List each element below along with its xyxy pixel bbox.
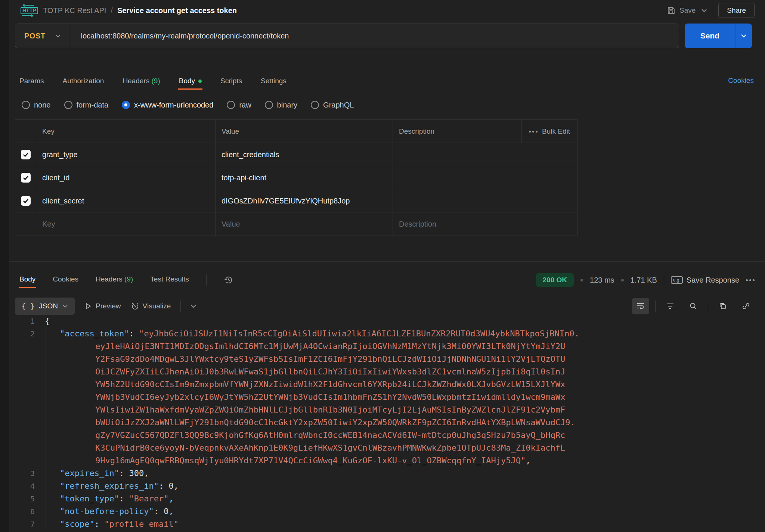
value-placeholder[interactable]: Value [215, 212, 393, 236]
url-input[interactable]: localhost:8080/realms/my-realm/protocol/… [70, 32, 289, 40]
breadcrumb-separator: / [111, 6, 113, 15]
key-cell[interactable]: client_id [36, 166, 215, 189]
json-key: "access_token" [60, 329, 129, 338]
tab-params[interactable]: Params [19, 77, 44, 87]
code-line: K3CuPNidrB0ce6yoyN-bVeqpnkvAXeAhKnp1E0K9… [9, 442, 765, 454]
radio-graphql[interactable]: GraphQL [311, 101, 354, 109]
toolbar-chevron-icon[interactable] [191, 304, 196, 308]
response-tab-cookies[interactable]: Cookies [53, 275, 78, 285]
send-options-chevron[interactable] [735, 34, 752, 38]
key-cell[interactable]: grant_type [36, 143, 215, 166]
value-cell[interactable]: client_credentials [215, 143, 393, 166]
http-request-icon: HTTP [19, 4, 36, 17]
json-punctuation: { [45, 316, 50, 326]
description-cell[interactable] [393, 189, 577, 212]
json-string: K3CuPNidrB0ce6yoyN-bVeqpnkvAXeAhKnp1E0K9… [95, 443, 565, 452]
meta-divider [664, 274, 664, 286]
tab-headers[interactable]: Headers (9) [123, 77, 160, 87]
json-string: "profile email" [104, 519, 179, 529]
headers-count: (9) [151, 77, 160, 85]
code-line: YWlsIiwiZW1haWxfdmVyaWZpZWQiOmZhbHNlLCJj… [9, 404, 765, 416]
body-unsaved-dot [198, 80, 202, 83]
json-punctuation: , [174, 481, 179, 491]
json-punctuation: : [154, 507, 164, 516]
row-checkbox[interactable] [21, 173, 31, 183]
response-more-button[interactable] [746, 279, 755, 281]
search-icon [689, 302, 698, 311]
line-number: 1 [9, 315, 35, 327]
save-response-button[interactable]: e.g. Save Response [671, 276, 739, 284]
code-line: 7"scope": "profile email" [9, 518, 765, 531]
radio-none[interactable]: none [22, 101, 51, 109]
description-cell[interactable] [393, 166, 577, 189]
tab-body[interactable]: Body [179, 77, 202, 87]
status-badge: 200 OK [536, 273, 574, 287]
response-tab-test-results[interactable]: Test Results [150, 275, 189, 285]
tab-authorization[interactable]: Authorization [62, 77, 104, 87]
breadcrumb-request-name[interactable]: Service account get access token [117, 6, 237, 15]
response-tab-headers[interactable]: Headers (9) [96, 275, 133, 285]
json-string: YWNjb3VudCI6eyJyb2xlcyI6WyJtYW5hZ2UtYWNj… [95, 392, 565, 402]
value-cell[interactable]: totp-api-client [215, 166, 393, 189]
link-icon [741, 302, 750, 311]
method-selector[interactable]: POST [15, 32, 55, 40]
response-json-viewer[interactable]: 1{2"access_token": "eyJhbGciOiJSUzI1NiIs… [9, 315, 765, 532]
visualize-button[interactable]: Visualize [131, 302, 171, 310]
filter-button[interactable] [662, 298, 679, 314]
left-edge-panel [0, 0, 9, 532]
search-button[interactable] [685, 298, 702, 314]
format-chevron-icon [62, 304, 68, 308]
request-header: HTTP TOTP KC Rest API / Service account … [9, 0, 765, 21]
history-icon[interactable] [224, 275, 233, 285]
description-cell[interactable] [393, 143, 577, 166]
radio-binary[interactable]: binary [265, 101, 297, 109]
json-string: "eyJhbGciOiJSUzI1NiIsInR5cCIgOiAiSldUIiw… [139, 329, 579, 338]
visualize-wand-icon [131, 302, 139, 310]
code-line: YW5hZ2UtdG90cCIsIm9mZmxpbmVfYWNjZXNzIiwi… [9, 378, 765, 391]
tab-scripts[interactable]: Scripts [220, 77, 242, 87]
value-cell[interactable]: dIGOsZDhIlv7GE5ElUfvzYlQHutp8Jop [215, 189, 393, 212]
share-button[interactable]: Share [718, 3, 755, 18]
copy-button[interactable] [714, 298, 731, 314]
code-line: 9Hvg16mAgEQ0qwFRBQmsqWjIyu0HRYdt7XP71V4Q… [9, 454, 765, 467]
save-options-chevron[interactable] [701, 8, 707, 13]
key-placeholder[interactable]: Key [36, 212, 215, 236]
radio-form-data[interactable]: form-data [64, 101, 109, 109]
meta-dot [621, 279, 624, 281]
column-key: Key [36, 120, 215, 143]
code-line: OiJCZWFyZXIiLCJhenAiOiJ0b3RwLWFwaS1jbGll… [9, 365, 765, 378]
response-tab-body[interactable]: Body [19, 275, 35, 285]
link-button[interactable] [737, 298, 755, 314]
body-mode-selector: none form-data x-www-form-urlencoded raw… [22, 98, 354, 112]
line-number [9, 454, 35, 467]
breadcrumb-collection[interactable]: TOTP KC Rest API [43, 6, 106, 15]
tab-settings[interactable]: Settings [261, 77, 287, 87]
braces-icon: { } [22, 302, 34, 310]
json-number: 300 [129, 469, 144, 478]
save-button[interactable]: Save [667, 6, 696, 15]
save-icon [667, 6, 676, 15]
cookies-link[interactable]: Cookies [728, 77, 754, 85]
row-checkbox[interactable] [21, 150, 31, 159]
wrap-text-button[interactable] [632, 298, 649, 314]
send-button[interactable]: Send [685, 24, 752, 48]
line-number [9, 429, 35, 442]
row-checkbox[interactable] [21, 196, 31, 206]
urlencoded-table: Key Value Description Bulk Edit grant_ty… [15, 119, 577, 236]
format-selector[interactable]: { } JSON [15, 298, 75, 315]
radio-raw[interactable]: raw [227, 101, 251, 109]
json-string: Y2FsaG9zdDo4MDgwL3JlYWxtcy9teS1yZWFsbSIs… [95, 354, 565, 364]
preview-button[interactable]: Preview [84, 302, 121, 310]
code-line: 4"refresh_expires_in": 0, [9, 480, 765, 492]
response-tabs-divider [206, 274, 207, 286]
description-placeholder[interactable]: Description [393, 212, 577, 236]
table-row: grant_type client_credentials [15, 143, 577, 166]
line-number [9, 340, 35, 353]
json-number: 0 [168, 481, 173, 491]
code-line: bWUiOiJzZXJ2aWNlLWFjY291bnQtdG90cC1hcGkt… [9, 416, 765, 429]
key-cell[interactable]: client_secret [36, 189, 215, 212]
bulk-edit-button[interactable]: Bulk Edit [521, 120, 577, 143]
table-row: client_id totp-api-client [15, 166, 577, 189]
method-chevron-icon[interactable] [55, 34, 61, 38]
radio-x-www-form-urlencoded[interactable]: x-www-form-urlencoded [122, 101, 213, 109]
